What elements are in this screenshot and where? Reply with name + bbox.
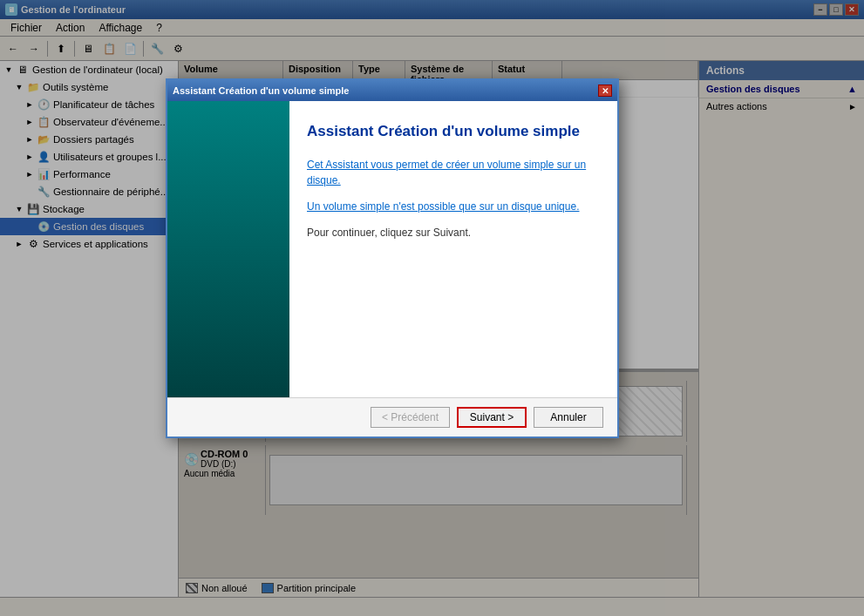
dialog-close-button[interactable]: ✕ xyxy=(598,85,612,97)
dialog-content: Assistant Création d'un volume simple Ce… xyxy=(289,101,617,397)
dialog-footer: < Précédent Suivant > Annuler xyxy=(167,397,617,437)
dialog-para-1: Cet Assistant vous permet de créer un vo… xyxy=(307,157,600,188)
dialog-para-2: Un volume simple n'est possible que sur … xyxy=(307,199,600,214)
next-button[interactable]: Suivant > xyxy=(457,407,527,428)
dialog-para-3: Pour continuer, cliquez sur Suivant. xyxy=(307,225,600,240)
dialog-body: Assistant Création d'un volume simple Ce… xyxy=(167,101,617,397)
dialog-title-bar: Assistant Création d'un volume simple ✕ xyxy=(167,80,617,101)
dialog-title-buttons: ✕ xyxy=(598,85,612,97)
prev-button[interactable]: < Précédent xyxy=(371,407,450,428)
dialog-title-text: Assistant Création d'un volume simple xyxy=(173,85,350,96)
dialog-heading: Assistant Création d'un volume simple xyxy=(307,122,600,141)
dialog-volume-assistant: Assistant Création d'un volume simple ✕ … xyxy=(166,78,619,438)
dialog-decoration xyxy=(167,101,289,397)
dialog-link-2: Un volume simple n'est possible que sur … xyxy=(307,200,579,213)
cancel-button[interactable]: Annuler xyxy=(534,407,603,428)
dialog-link-1: Cet Assistant vous permet de créer un vo… xyxy=(307,159,586,186)
